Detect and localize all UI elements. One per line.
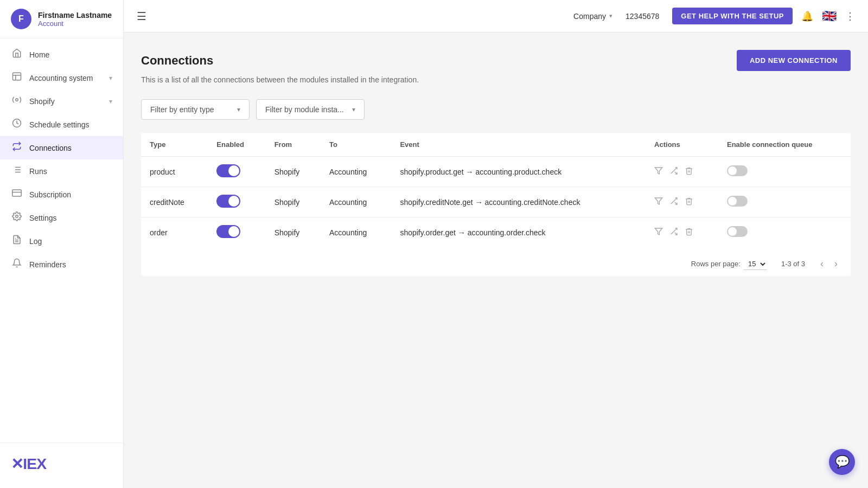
rows-per-page-select[interactable]: 15 25 50 <box>744 258 767 270</box>
svg-marker-20 <box>655 198 662 204</box>
shopify-chevron-icon: ▾ <box>109 98 112 105</box>
main: ☰ Company ▾ 12345678 GET HELP WITH THE S… <box>124 0 868 488</box>
queue-toggle-1[interactable] <box>727 196 748 207</box>
enabled-toggle-0[interactable] <box>216 164 240 177</box>
connections-table-container: Type Enabled From To Event Actions Enabl… <box>141 133 851 276</box>
svg-rect-11 <box>12 190 22 196</box>
cell-actions-1 <box>646 187 718 217</box>
page-info: 1-3 of 3 <box>781 260 805 268</box>
entity-type-filter[interactable]: Filter by entity type ▾ <box>141 99 250 120</box>
table-row: order Shopify Accounting shopify.order.g… <box>141 217 851 248</box>
sidebar-item-label-subscription: Subscription <box>29 190 71 199</box>
sidebar-item-label-runs: Runs <box>29 167 47 176</box>
cell-event-0: shopify.product.get → accounting.product… <box>391 157 646 187</box>
svg-rect-0 <box>13 73 21 80</box>
sidebar-item-schedule-settings[interactable]: Schedule settings <box>0 113 123 136</box>
svg-marker-23 <box>655 228 662 235</box>
sidebar-item-label-connections: Connections <box>29 144 72 152</box>
cell-type-1: creditNote <box>141 187 208 217</box>
col-type: Type <box>141 133 208 157</box>
sidebar-item-runs[interactable]: Runs <box>0 159 123 183</box>
prev-page-button[interactable]: ‹ <box>816 256 828 272</box>
cell-queue-2 <box>718 217 851 248</box>
shopify-nav-icon <box>11 95 23 107</box>
table-header: Type Enabled From To Event Actions Enabl… <box>141 133 851 157</box>
sidebar: F Firstname Lastname Account Home Accoun… <box>0 0 124 488</box>
logo-text: ✕IEX <box>11 454 112 477</box>
filter-icon-1[interactable] <box>654 197 663 208</box>
table-body: product Shopify Accounting shopify.produ… <box>141 157 851 248</box>
cell-event-1: shopify.creditNote.get → accounting.cred… <box>391 187 646 217</box>
cell-type-0: product <box>141 157 208 187</box>
col-enabled: Enabled <box>208 133 265 157</box>
rows-per-page-label: Rows per page: <box>691 260 741 268</box>
sidebar-item-settings[interactable]: Settings <box>0 206 123 229</box>
add-new-connection-button[interactable]: ADD NEW CONNECTION <box>737 50 851 71</box>
entity-filter-chevron-icon: ▾ <box>237 106 240 113</box>
sidebar-nav: Home Accounting system ▾ Shopify ▾ Sched… <box>0 38 123 442</box>
sidebar-item-shopify[interactable]: Shopify ▾ <box>0 89 123 113</box>
bell-icon[interactable]: 🔔 <box>801 10 813 22</box>
chat-bubble-button[interactable]: 💬 <box>829 449 855 475</box>
sidebar-logo: ✕IEX <box>0 442 123 488</box>
sidebar-item-accounting-system[interactable]: Accounting system ▾ <box>0 66 123 89</box>
cell-enabled-0 <box>208 157 265 187</box>
svg-marker-17 <box>655 168 662 174</box>
sidebar-item-log[interactable]: Log <box>0 229 123 253</box>
sidebar-item-home[interactable]: Home <box>0 43 123 66</box>
cell-event-2: shopify.order.get → accounting.order.che… <box>391 217 646 248</box>
cell-enabled-2 <box>208 217 265 248</box>
sidebar-user-name: Firstname Lastname <box>38 11 112 20</box>
cell-type-2: order <box>141 217 208 248</box>
logo-icon: ✕IEX <box>11 454 65 473</box>
delete-icon-1[interactable] <box>685 197 693 208</box>
col-from: From <box>266 133 321 157</box>
home-nav-icon <box>11 48 23 61</box>
svg-text:✕IEX: ✕IEX <box>11 455 47 472</box>
enabled-toggle-2[interactable] <box>216 225 240 238</box>
entity-filter-label: Filter by entity type <box>150 105 214 114</box>
table-row: creditNote Shopify Accounting shopify.cr… <box>141 187 851 217</box>
cell-enabled-1 <box>208 187 265 217</box>
content-area: Connections ADD NEW CONNECTION This is a… <box>124 33 868 488</box>
company-chevron-icon: ▾ <box>609 12 612 20</box>
shuffle-icon-1[interactable] <box>669 197 678 208</box>
svg-point-13 <box>16 215 18 218</box>
cell-to-1: Accounting <box>321 187 391 217</box>
company-selector[interactable]: Company ▾ <box>573 12 612 21</box>
accounting-system-nav-icon <box>11 72 23 84</box>
connections-nav-icon <box>11 142 23 154</box>
queue-toggle-2[interactable] <box>727 226 748 237</box>
company-id: 12345678 <box>626 12 659 21</box>
sidebar-header: F Firstname Lastname Account <box>0 0 123 38</box>
page-header: Connections ADD NEW CONNECTION <box>141 50 851 71</box>
next-page-button[interactable]: › <box>830 256 842 272</box>
sidebar-item-connections[interactable]: Connections <box>0 136 123 159</box>
flag-icon[interactable]: 🇬🇧 <box>822 9 837 23</box>
queue-toggle-0[interactable] <box>727 165 748 176</box>
page-navigation: ‹ › <box>816 256 842 272</box>
sidebar-user-info: Firstname Lastname Account <box>38 11 112 28</box>
more-options-icon[interactable]: ⋮ <box>845 10 855 22</box>
delete-icon-2[interactable] <box>685 227 693 238</box>
sidebar-item-reminders[interactable]: Reminders <box>0 253 123 276</box>
rows-per-page: Rows per page: 15 25 50 <box>691 258 770 270</box>
delete-icon-0[interactable] <box>685 166 693 177</box>
col-to: To <box>321 133 391 157</box>
module-filter-chevron-icon: ▾ <box>352 106 355 113</box>
help-button[interactable]: GET HELP WITH THE SETUP <box>672 8 793 24</box>
filter-icon-2[interactable] <box>654 227 663 238</box>
page-title: Connections <box>141 54 213 68</box>
module-filter-label: Filter by module insta... <box>265 105 344 114</box>
sidebar-item-subscription[interactable]: Subscription <box>0 183 123 206</box>
shuffle-icon-0[interactable] <box>669 166 678 177</box>
shuffle-icon-2[interactable] <box>669 227 678 238</box>
module-instance-filter[interactable]: Filter by module insta... ▾ <box>256 99 365 120</box>
sidebar-user-role: Account <box>38 20 112 28</box>
filters-row: Filter by entity type ▾ Filter by module… <box>141 99 851 120</box>
enabled-toggle-1[interactable] <box>216 195 240 208</box>
col-queue: Enable connection queue <box>718 133 851 157</box>
filter-icon-0[interactable] <box>654 166 663 177</box>
hamburger-icon[interactable]: ☰ <box>137 10 146 23</box>
pagination: Rows per page: 15 25 50 1-3 of 3 ‹ › <box>141 247 851 276</box>
